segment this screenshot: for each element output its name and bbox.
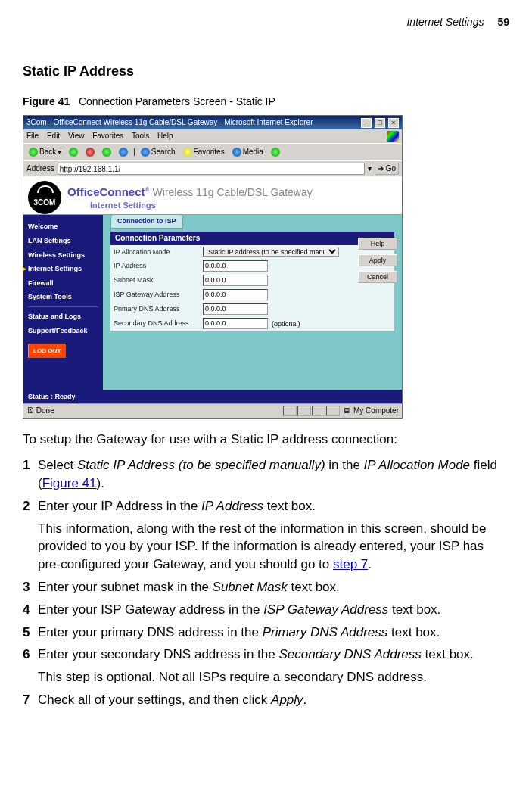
brand-header: 3COM OfficeConnect® Wireless 11g Cable/D… [23,176,402,214]
search-button[interactable]: Search [138,146,178,158]
ie-addressbar: Address ▾ ➔ Go [23,160,402,176]
menu-favorites[interactable]: Favorites [92,132,123,140]
label-ip-address: IP Address [110,259,200,273]
figure-caption: Figure 41 Connection Parameters Screen -… [23,95,509,110]
window-controls: _ □ × [360,117,399,128]
tab-connection-to-isp[interactable]: Connection to ISP [110,214,183,229]
sidebar-nav: Welcome LAN Settings Wireless Settings I… [23,215,103,389]
menu-help[interactable]: Help [157,132,173,140]
close-icon[interactable]: × [388,118,399,128]
ie-flag-icon [387,131,399,142]
input-secondary-dns[interactable] [203,318,268,329]
label-isp-gateway: ISP Gateway Address [110,288,200,302]
ie-titlebar: 3Com - OfficeConnect Wireless 11g Cable/… [23,116,402,129]
menu-tools[interactable]: Tools [132,132,149,140]
step-6: 6 Enter your secondary DNS address in th… [23,646,509,686]
input-ip-address[interactable] [203,260,268,272]
menu-file[interactable]: File [26,132,39,140]
step-7: 7 Check all of your settings, and then c… [23,691,509,709]
home-button[interactable] [117,147,130,157]
logout-button[interactable]: LOG OUT [28,344,66,358]
forward-button[interactable] [67,147,80,157]
ie-menubar: File Edit View Favorites Tools Help [23,129,402,143]
sidebar-item-support[interactable]: Support/Feedback [23,324,103,338]
screenshot-figure: 3Com - OfficeConnect Wireless 11g Cable/… [23,115,403,419]
input-subnet-mask[interactable] [203,275,268,286]
sidebar-item-welcome[interactable]: Welcome [23,219,103,234]
step-2: 2 Enter your IP Address in the IP Addres… [23,497,509,574]
product-name: OfficeConnect® Wireless 11g Cable/DSL Ga… [67,184,313,201]
figure-number: Figure 41 [23,95,70,107]
page-subtitle: Internet Settings [67,200,313,211]
address-dropdown-icon[interactable]: ▾ [368,163,372,174]
ie-toolbar: Back ▾ | Search Favorites Media [23,143,402,160]
logo-3com: 3COM [28,181,61,214]
link-figure-41[interactable]: Figure 41 [42,476,97,490]
label-secondary-dns: Secondary DNS Address [110,316,200,331]
status-cells [282,406,340,416]
home-icon [119,148,128,157]
media-button[interactable]: Media [230,146,266,158]
section-title: Static IP Address [23,62,509,81]
minimize-icon[interactable]: _ [361,118,372,128]
figure-caption-text: Connection Parameters Screen - Static IP [79,95,275,107]
sidebar-item-internet[interactable]: Internet Settings [23,262,103,276]
status-zone: My Computer [353,406,399,416]
step-3: 3 Enter your subnet mask in the Subnet M… [23,578,509,596]
ie-statusbar: 🖻 Done 🖥 My Computer [23,403,402,418]
running-header: Internet Settings 59 [23,15,509,32]
label-primary-dns: Primary DNS Address [110,302,200,316]
back-button[interactable]: Back ▾ [26,146,64,158]
forward-icon [69,148,78,157]
back-icon [29,148,38,157]
refresh-icon [102,148,111,157]
step-1: 1 Select Static IP Address (to be specif… [23,456,509,493]
go-button[interactable]: ➔ Go [375,163,399,175]
label-subnet-mask: Subnet Mask [110,273,200,288]
address-input[interactable] [58,163,365,175]
label-ip-mode: IP Allocation Mode [110,245,200,259]
step-4: 4 Enter your ISP Gateway address in the … [23,601,509,619]
page-number: 59 [497,15,509,30]
address-label: Address [26,163,54,174]
link-step-7[interactable]: step 7 [333,557,368,571]
cancel-button[interactable]: Cancel [358,271,397,283]
parameters-table: IP Allocation Mode Static IP address (to… [110,245,394,331]
page-content: 3COM OfficeConnect® Wireless 11g Cable/D… [23,176,402,403]
sidebar-item-wireless[interactable]: Wireless Settings [23,248,103,263]
search-icon [141,148,150,157]
stop-button[interactable] [83,147,97,157]
select-ip-mode[interactable]: Static IP address (to be specified manua… [203,247,339,257]
steps-list: 1 Select Static IP Address (to be specif… [23,456,509,709]
sidebar-item-firewall[interactable]: Firewall [23,276,103,291]
favorites-icon [183,148,192,157]
intro-text: To setup the Gateway for use with a Stat… [23,431,509,449]
menu-view[interactable]: View [68,132,85,140]
apply-button[interactable]: Apply [358,254,397,266]
refresh-button[interactable] [100,147,114,157]
optional-note: (optional) [272,319,300,327]
status-strip: Status : Ready [23,390,402,404]
window-title: 3Com - OfficeConnect Wireless 11g Cable/… [26,117,313,128]
sidebar-item-lan[interactable]: LAN Settings [23,234,103,248]
stop-icon [86,148,95,157]
input-isp-gateway[interactable] [203,289,268,300]
maximize-icon[interactable]: □ [375,118,385,128]
history-button[interactable] [269,147,282,157]
media-icon [232,148,241,157]
zone-icon: 🖥 [343,406,350,416]
sidebar-item-system[interactable]: System Tools [23,290,103,304]
help-button[interactable]: Help [358,238,397,250]
step-5: 5 Enter your primary DNS address in the … [23,624,509,642]
menu-edit[interactable]: Edit [47,132,60,140]
status-done: 🖻 Done [26,406,54,416]
header-section: Internet Settings [406,15,484,30]
history-icon [271,148,280,157]
input-primary-dns[interactable] [203,303,268,315]
favorites-button[interactable]: Favorites [181,146,227,158]
sidebar-item-status[interactable]: Status and Logs [23,310,103,324]
action-buttons: Help Apply Cancel [358,238,397,283]
panel-title: Connection Parameters [110,232,394,245]
content-pane: Connection to ISP Connection Parameters … [103,215,402,389]
